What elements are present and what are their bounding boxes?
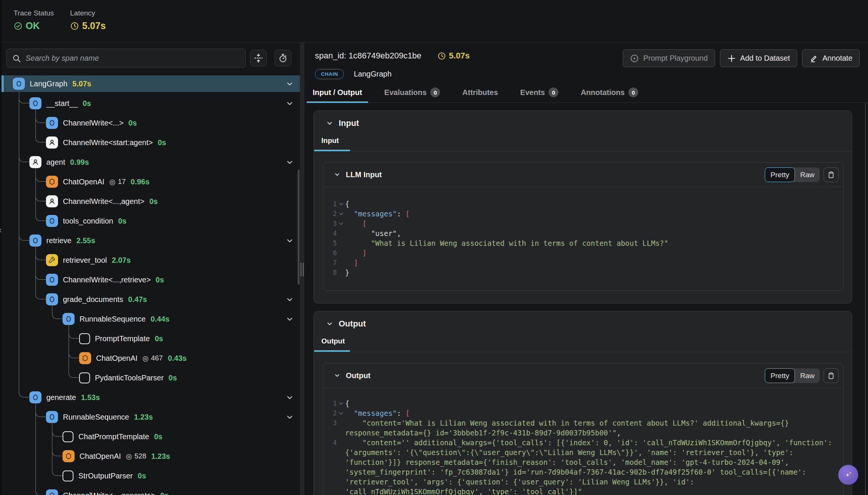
tree-scrollbar[interactable] [298,170,300,285]
span-row-channelwrite[interactable]: ChannelWrite<...>0s [2,115,300,131]
span-tree-panel: LangGraph5.07s__start__0sChannelWrite<..… [2,43,300,495]
fold-chevron-icon[interactable] [337,398,345,405]
play-circle-icon [630,54,639,63]
span-row-chatopenai[interactable]: ChatOpenAI◎5281.23s [2,448,300,464]
span-duration: 0.44s [151,315,170,323]
chevron-down-icon[interactable] [334,171,341,178]
input-section-title: Input [339,118,359,128]
span-row-runnablesequence[interactable]: RunnableSequence1.23s [2,409,300,425]
chevron-down-icon[interactable] [286,158,294,167]
tab-evaluations[interactable]: Evaluations0 [378,82,446,103]
span-row-generate[interactable]: generate1.53s [2,389,300,406]
code-text: "user", [345,228,836,238]
pretty-toggle-button[interactable]: Pretty [765,368,795,383]
chevron-down-icon[interactable] [286,315,294,323]
raw-toggle-button[interactable]: Raw [795,368,820,383]
span-name-label: grade_documents [63,295,123,304]
tab-attributes[interactable]: Attributes [456,82,504,103]
chevron-down-icon[interactable] [286,394,294,402]
span-duration: 0.43s [168,354,186,363]
chevron-down-icon[interactable] [286,237,294,245]
span-row-channelwrite-agent[interactable]: ChannelWrite<...,agent>0s [2,193,300,210]
span-row-runnablesequence[interactable]: RunnableSequence0.44s [2,311,300,327]
code-text: [ [345,219,836,228]
trace-status-value: OK [26,20,40,31]
span-row-pydantictoolsparser[interactable]: PydanticToolsParser0s [2,369,300,386]
token-count: 467 [151,354,163,362]
code-text: { [345,398,836,408]
span-row-retrieve[interactable]: retrieve2.55s [2,232,300,249]
llm-span-icon [63,450,75,462]
raw-toggle-button[interactable]: Raw [795,167,820,182]
span-row-agent[interactable]: agent0.99s [2,154,300,170]
span-name-label: ChannelWrite<...,agent> [63,197,144,206]
component-span-icon [63,431,73,442]
span-row-tools-condition[interactable]: tools_condition0s [2,213,300,229]
tab-input-output[interactable]: Input / Output [307,82,368,103]
copy-button[interactable] [824,368,839,383]
span-name-label: retrieve [46,236,72,245]
output-card: Output Pretty Raw 1{2 "messages": [3 "co… [323,363,844,495]
span-duration: 0s [155,334,163,343]
span-row-retriever-tool[interactable]: retriever_tool2.07s [2,252,300,268]
agent-span-icon [46,136,58,149]
span-row-grade-documents[interactable]: grade_documents0.47s [2,291,300,308]
add-to-dataset-button[interactable]: Add to Dataset [720,49,797,67]
output-section-card: Output Output Output Pretty Raw [313,311,852,495]
token-count: 528 [134,452,147,460]
fold-spacer [337,238,345,242]
token-count-icon: ◎ [142,354,149,363]
span-latency-value: 5.07s [449,51,470,61]
code-text: "What is Lilian Weng associated with in … [345,238,836,248]
output-code[interactable]: 1{2 "messages": [3 "content='What is Lil… [323,388,843,495]
prompt-playground-button[interactable]: Prompt Playground [623,49,715,67]
fold-chevron-icon[interactable] [337,209,345,215]
span-row-start[interactable]: __start__0s [2,95,300,112]
token-count-icon: ◎ [126,452,132,461]
span-name-label: retriever_tool [63,256,107,265]
chevron-down-icon[interactable] [286,100,294,108]
span-row-channelwrite-retrieve[interactable]: ChannelWrite<...,retrieve>0s [2,271,300,288]
trace-latency-stat: Latency 5.07s [70,9,106,31]
chevron-down-icon[interactable] [326,120,333,127]
span-row-chatprompttemplate[interactable]: ChatPromptTemplate0s [2,428,300,445]
span-row-channelwrite-generate[interactable]: ChannelWrite<...,generate>0s [2,487,300,495]
fold-chevron-icon[interactable] [337,408,345,415]
span-name-label: ChatOpenAI [63,178,104,186]
pretty-toggle-button[interactable]: Pretty [765,167,795,182]
tool-span-icon [46,254,58,266]
trace-latency-value: 5.07s [82,20,106,31]
copy-button[interactable] [824,167,839,182]
panel-resize-divider[interactable] [300,43,304,495]
span-row-channelwrite-start-agent[interactable]: ChannelWrite<start:agent>0s [2,134,300,151]
line-number: 2 [327,209,337,219]
fold-chevron-icon[interactable] [337,199,345,205]
tab-events[interactable]: Events0 [514,82,565,103]
tab-annotations[interactable]: Annotations0 [575,82,644,103]
line-number: 6 [327,248,337,258]
llm-input-code[interactable]: 1{2 "messages": [3 [4 "user",5 "What is … [323,187,843,277]
ai-assistant-button[interactable] [838,465,858,485]
code-text: "messages": [ [345,209,836,219]
main-scrollbar[interactable] [865,103,866,495]
fold-chevron-icon[interactable] [337,219,345,225]
span-row-chatopenai[interactable]: ChatOpenAI◎170.96s [2,173,300,190]
chevron-down-icon[interactable] [286,296,294,304]
span-row-prompttemplate[interactable]: PromptTemplate0s [2,330,300,347]
span-duration: 0s [83,99,91,108]
span-row-langgraph[interactable]: LangGraph5.07s [2,75,300,92]
annotate-button[interactable]: Annotate [802,49,860,67]
code-line: 3 "content='What is Lilian Weng associat… [327,418,836,438]
chevron-down-icon[interactable] [334,372,341,379]
chain-span-icon [29,234,41,247]
plus-icon [727,54,736,63]
chevron-down-icon[interactable] [326,320,333,328]
token-count-icon: ◎ [109,178,116,186]
chevron-down-icon[interactable] [286,80,294,88]
span-duration: 0s [160,491,168,495]
span-name-label: ChatOpenAI [96,354,138,363]
span-kind-badge: CHAIN [315,69,344,79]
chevron-down-icon[interactable] [286,413,294,421]
span-row-stroutputparser[interactable]: StrOutputParser0s [2,467,300,484]
span-row-chatopenai[interactable]: ChatOpenAI◎4670.43s [2,350,300,366]
